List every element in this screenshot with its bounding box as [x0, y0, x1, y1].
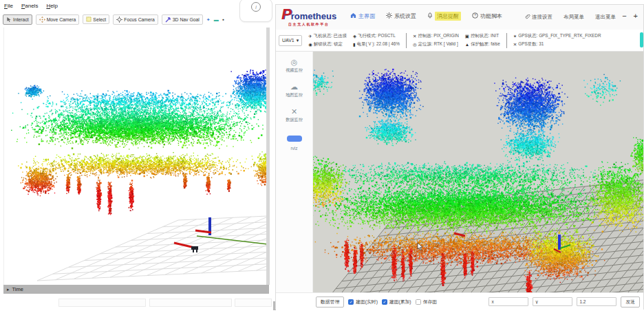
menu-file[interactable]: File [4, 3, 13, 9]
nav-goal-label: 3D Nav Goal [173, 17, 200, 22]
home-icon [350, 12, 356, 20]
location-source: ◎定位源: RTK [ Valid ] [413, 41, 459, 47]
info-icon[interactable]: i [251, 2, 261, 12]
checkbox-icon[interactable]: ✓ [416, 299, 421, 305]
tab-messages-label: 消息提醒 [435, 12, 461, 21]
prometheus-body: ◎ 视频监控 ☁ 地图监控 ✕ 数据监控 rviz [276, 52, 643, 292]
info-card: i [239, 0, 272, 22]
divider [406, 33, 407, 48]
checkbox-label: 建图(实时) [356, 299, 378, 305]
checkbox-label: 建图(累加) [389, 299, 411, 305]
crosshair-icon [116, 17, 122, 23]
select-label: Select [93, 17, 106, 22]
move-arrows-icon [39, 17, 45, 23]
checkbox-label: 保存图 [423, 299, 437, 305]
lock-status: ◉解锁状态: 锁定 [308, 41, 347, 47]
logo-initial: P [281, 6, 291, 23]
checkbox-mapping-realtime[interactable]: ✓ 建图(实时) [348, 299, 378, 305]
viewport-scroll-strip[interactable] [266, 28, 270, 285]
select-tool-button[interactable]: Select [83, 14, 109, 24]
pointer-icon [6, 17, 12, 23]
move-camera-label: Move Camera [47, 17, 76, 22]
sidebar-item-map-monitor[interactable]: ☁ 地图监控 [286, 83, 303, 98]
sidebar-label: 数据监控 [286, 117, 303, 123]
ghost-field [149, 299, 232, 307]
sidebar-item-video-monitor[interactable]: ◎ 视频监控 [286, 58, 303, 74]
rviz-sidebar-label[interactable]: rviz [290, 146, 297, 151]
mode-icon: ◈ [353, 34, 356, 39]
gps-icon: ✶ [513, 34, 517, 39]
uav-selector-value: UAV1 [282, 38, 294, 43]
data-manage-button[interactable]: 数据管理 [316, 296, 344, 307]
tool-dash-icon[interactable]: ▬ [214, 17, 219, 22]
interact-tool-button[interactable]: Interact [3, 14, 32, 25]
tool-dot-icon[interactable]: ● [222, 18, 224, 21]
battery-icon: ▮ [353, 42, 356, 47]
checkbox-icon[interactable]: ✓ [348, 299, 354, 305]
time-panel-label: Time [12, 286, 23, 292]
nav-goal-tool-button[interactable]: 3D Nav Goal [162, 14, 203, 25]
control-state: ▣控制状态: INIT [465, 33, 500, 39]
divider [506, 33, 507, 48]
sidebar-item-data-monitor[interactable]: ✕ 数据监控 [286, 108, 303, 123]
gear-icon [386, 12, 392, 20]
question-circle-icon: ? [472, 12, 478, 20]
move-camera-tool-button[interactable]: Move Camera [36, 14, 80, 25]
coord-y-input[interactable] [533, 297, 572, 306]
uav-selector[interactable]: UAV1 ▾ [279, 35, 302, 46]
height-input[interactable] [577, 297, 616, 306]
rviz-viewport [3, 28, 270, 285]
coord-x-input[interactable] [489, 297, 528, 306]
checkbox-save-map[interactable]: ✓ 保存图 [416, 299, 437, 305]
controller-info: ✕控制器: PIX_ORIGIN [413, 33, 459, 39]
main-tabs: 主界面 系统设置 消息提醒 ? 功能脚本 [350, 12, 502, 21]
location-icon: ◎ [413, 42, 417, 47]
tab-main[interactable]: 主界面 [350, 12, 375, 20]
status-column: ◈飞行模式: POSCTL ▮电量( V ): 22.08 | 46% [353, 33, 400, 47]
send-button[interactable]: 发送 [621, 296, 640, 307]
active-indicator-pill[interactable] [287, 136, 302, 142]
rviz-3d-view-canvas[interactable] [4, 28, 269, 285]
time-panel-bar[interactable]: ▸ Time [3, 285, 269, 294]
focus-camera-tool-button[interactable]: Focus Camera [113, 14, 158, 25]
ghost-field [235, 299, 272, 307]
aircraft-status: ✈飞机状态: 已连接 [308, 33, 347, 39]
logo-subtitle: 自主无人机软件平台 [288, 23, 336, 26]
nav-goal-arrow-icon [165, 17, 171, 23]
prometheus-3d-viewport [313, 52, 643, 292]
checkbox-mapping-accumulate[interactable]: ✓ 建图(累加) [382, 299, 411, 305]
tab-scripts-label: 功能脚本 [480, 12, 502, 20]
layout-menu-label: 布局菜单 [564, 14, 584, 21]
tab-main-label: 主界面 [358, 12, 375, 20]
satellite-icon: ✕ [513, 42, 517, 47]
checkbox-icon[interactable]: ✓ [382, 299, 387, 305]
tool-diamond-icon[interactable]: ✦ [206, 17, 211, 22]
prometheus-3d-view-canvas[interactable] [313, 52, 643, 292]
connection-settings-label: 连接设置 [532, 14, 552, 21]
status-column: ✕控制器: PIX_ORIGIN ◎定位源: RTK [ Valid ] [413, 33, 459, 47]
gps-status: ✶GPS状态: GPS_FIX_TYPE_RTK_FIXEDR [513, 33, 601, 39]
prometheus-header: Prometheus 自主无人机软件平台 主界面 系统设置 消息提醒 ? [276, 5, 643, 30]
layout-menu-button[interactable]: 布局菜单 [564, 14, 584, 21]
lock-icon: ◉ [308, 42, 312, 47]
sidebar: ◎ 视频监控 ☁ 地图监控 ✕ 数据监控 rviz [276, 52, 313, 292]
clipped-panel-fragment [3, 297, 272, 307]
tab-scripts[interactable]: ? 功能脚本 [472, 12, 502, 20]
expand-button[interactable]: + [634, 12, 638, 20]
focus-camera-label: Focus Camera [124, 17, 155, 22]
prometheus-window: Prometheus 自主无人机软件平台 主界面 系统设置 消息提醒 ? [275, 4, 644, 310]
sidebar-label: 视频监控 [286, 67, 303, 74]
rviz-toolbar: Interact Move Camera Select Focus Camera [3, 11, 237, 28]
exit-menu-button[interactable]: 退出菜单 [595, 14, 616, 21]
battery-status: ▮电量( V ): 22.08 | 46% [353, 41, 400, 47]
expand-arrow-icon: ▸ [7, 287, 10, 292]
control-state-icon: ▣ [465, 34, 469, 39]
tab-messages[interactable]: 消息提醒 [427, 12, 461, 21]
tab-system-settings[interactable]: 系统设置 [386, 12, 416, 20]
menu-help[interactable]: Help [46, 3, 57, 9]
menu-panels[interactable]: Panels [21, 3, 38, 9]
bottom-control-bar: 数据管理 ✓ 建图(实时) ✓ 建图(累加) ✓ 保存图 发送 [276, 292, 643, 310]
minimize-button[interactable]: − [622, 12, 626, 20]
link-icon [525, 13, 530, 21]
connection-settings-button[interactable]: 连接设置 [525, 13, 552, 21]
